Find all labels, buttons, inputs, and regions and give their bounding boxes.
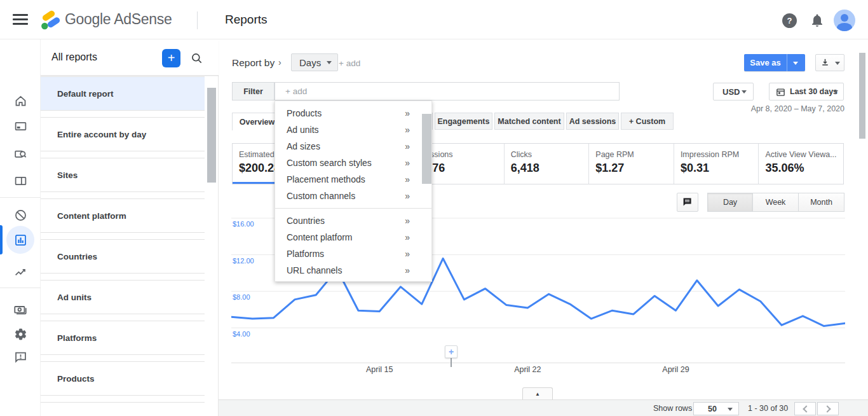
save-as-split-button[interactable]: Save as	[744, 54, 805, 71]
show-rows-label: Show rows	[653, 404, 692, 413]
next-page-button[interactable]	[817, 402, 839, 415]
chevron-left-icon	[803, 405, 810, 412]
menu-scrollbar[interactable]	[422, 114, 431, 184]
date-range-detail: Apr 8, 2020 – May 7, 2020	[654, 104, 844, 113]
sidebar-report-item-label: Products	[41, 374, 95, 384]
home-icon[interactable]	[0, 88, 41, 113]
menu-item-countries[interactable]: Countries»	[275, 212, 431, 229]
sidebar-report-item[interactable]: Entire account by day	[41, 117, 205, 151]
submenu-chevron-icon: »	[405, 174, 410, 184]
add-annotation-button[interactable]: +	[445, 345, 458, 358]
chevron-down-icon	[742, 90, 747, 94]
help-icon[interactable]: ?	[782, 13, 797, 28]
blocking-controls-icon[interactable]	[0, 202, 41, 228]
menu-item-ad-sizes[interactable]: Ad sizes»	[275, 138, 431, 155]
granularity-day-button[interactable]: Day	[707, 193, 753, 212]
menu-item-products[interactable]: Products»	[275, 105, 431, 121]
hamburger-menu-icon[interactable]	[13, 14, 28, 25]
optimization-trending-icon[interactable]	[0, 260, 41, 285]
menu-item-label: Countries	[287, 216, 325, 226]
menu-item-platforms[interactable]: Platforms»	[275, 246, 431, 262]
menu-item-label: Ad units	[287, 125, 319, 135]
report-list: Default reportEntire account by daySites…	[41, 76, 219, 416]
sidebar-report-item-label: Sites	[41, 170, 78, 180]
card-impression-rpm[interactable]: Impression RPM$0.31	[674, 144, 759, 184]
sites-icon[interactable]	[0, 168, 41, 193]
notifications-bell-icon[interactable]	[810, 13, 825, 28]
menu-item-url-channels[interactable]: URL channels»	[275, 262, 431, 279]
tab-matched-content[interactable]: Matched content	[494, 113, 564, 130]
add-dimension-button[interactable]: + add	[339, 59, 360, 68]
feedback-icon[interactable]	[0, 344, 41, 370]
nav-rail	[0, 39, 41, 416]
page-scrollbar[interactable]	[859, 53, 865, 139]
currency-value: USD	[722, 87, 740, 97]
collapse-table-tab[interactable]: ▲	[522, 387, 553, 399]
chevron-right-icon	[824, 405, 831, 412]
tab-engagements[interactable]: Engagements	[435, 113, 492, 130]
sidebar-report-item[interactable]: Products	[41, 361, 205, 396]
sidebar-report-item[interactable]: Default report	[41, 76, 205, 111]
menu-item-label: Custom search styles	[287, 158, 372, 168]
submenu-chevron-icon: »	[405, 158, 410, 168]
comment-icon	[682, 197, 693, 207]
date-range-value: Last 30 days	[790, 87, 837, 96]
sidebar-report-item[interactable]: Content platform	[41, 198, 205, 233]
annotation-marker-line	[451, 358, 452, 367]
menu-item-custom-channels[interactable]: Custom channels»	[275, 188, 431, 204]
tab-label: + Custom	[629, 117, 665, 126]
menu-item-content-platform[interactable]: Content platform»	[275, 229, 431, 246]
search-reports-icon[interactable]	[191, 52, 203, 65]
ad-review-icon[interactable]	[0, 141, 41, 167]
report-by-days-dropdown[interactable]: Days	[291, 53, 338, 71]
download-button[interactable]	[815, 54, 844, 71]
rows-per-page-value: 50	[708, 405, 717, 413]
menu-item-custom-search-styles[interactable]: Custom search styles»	[275, 155, 431, 171]
page-title: Reports	[225, 13, 268, 27]
sidebar-title: All reports	[51, 52, 97, 63]
sidebar-report-item-label: Countries	[41, 252, 97, 261]
x-axis-tick-label: April 22	[499, 365, 556, 374]
x-axis-tick-label: April 29	[648, 365, 705, 374]
reports-icon[interactable]	[0, 227, 41, 253]
menu-item-label: Platforms	[287, 249, 324, 259]
tab-label: Overview	[240, 118, 275, 127]
previous-page-button[interactable]	[794, 402, 816, 415]
card-clicks[interactable]: Clicks6,418	[504, 144, 589, 184]
tab-label: Ad sessions	[569, 117, 616, 126]
currency-select[interactable]: USD	[713, 83, 754, 101]
tab--custom[interactable]: + Custom	[621, 113, 674, 130]
reports-sidebar-header: All reports +	[41, 39, 219, 76]
tab-ad-sessions[interactable]: Ad sessions	[566, 113, 619, 130]
save-as-menu-button[interactable]	[787, 54, 805, 71]
sidebar-report-item[interactable]: Countries	[41, 239, 205, 274]
sidebar-report-item[interactable]: Ad units	[41, 280, 205, 314]
submenu-chevron-icon: »	[405, 232, 410, 242]
date-range-button[interactable]: Last 30 days	[769, 83, 844, 101]
user-avatar[interactable]	[834, 10, 855, 31]
sidebar-report-item[interactable]: Platforms	[41, 321, 205, 355]
menu-item-ad-units[interactable]: Ad units»	[275, 121, 431, 138]
rows-per-page-select[interactable]: 50	[693, 402, 739, 415]
chart-granularity-segmented: DayWeekMonth	[707, 193, 844, 212]
breadcrumb-separator: ›	[278, 57, 281, 67]
annotations-button[interactable]	[677, 193, 698, 212]
save-as-button[interactable]: Save as	[744, 54, 787, 71]
metric-card-label: Active View Viewa...	[765, 150, 838, 159]
ads-icon[interactable]	[0, 113, 41, 139]
granularity-month-button[interactable]: Month	[799, 193, 844, 212]
menu-item-placement-methods[interactable]: Placement methods»	[275, 171, 431, 188]
card-active-view-viewability[interactable]: Active View Viewa...35.06%	[758, 144, 843, 184]
submenu-chevron-icon: »	[405, 216, 410, 226]
filter-input[interactable]	[275, 82, 620, 101]
settings-gear-icon[interactable]	[0, 321, 41, 347]
card-page-rpm[interactable]: Page RPM$1.27	[588, 144, 674, 184]
add-report-button[interactable]: +	[162, 49, 180, 67]
sidebar-scrollbar[interactable]	[207, 88, 216, 183]
payments-icon[interactable]	[0, 297, 41, 322]
download-icon	[820, 57, 831, 68]
sidebar-report-item-partial[interactable]	[41, 402, 205, 416]
sidebar-report-item[interactable]: Sites	[41, 158, 205, 192]
granularity-week-button[interactable]: Week	[753, 193, 799, 212]
add-dimension-menu: Products»Ad units»Ad sizes»Custom search…	[275, 101, 432, 282]
